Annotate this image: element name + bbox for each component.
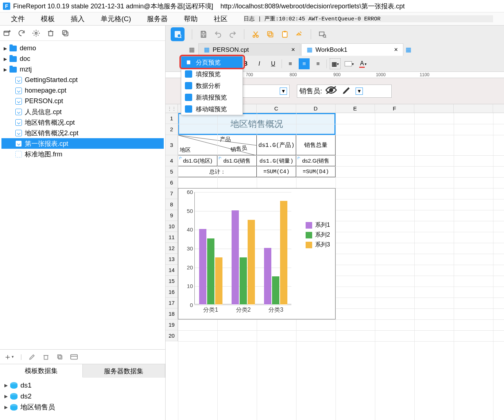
spreadsheet[interactable]: ⋮⋮ 1234567891011121314151617181920 ABCDE… — [166, 104, 504, 420]
cell-c5[interactable]: =SUM(C4) — [257, 166, 296, 177]
tree-file[interactable]: 地区销售概况.cpt — [1, 117, 164, 128]
param-slot[interactable]: ▾ — [239, 85, 290, 98]
menu-cell[interactable]: 单元格(C) — [101, 14, 131, 24]
menu-template[interactable]: 模板 — [41, 14, 55, 24]
tree-file[interactable]: 人员信息.cpt — [1, 106, 164, 117]
tree-file-selected[interactable]: 第一张报表.cpt — [1, 138, 164, 149]
preview-write[interactable]: 填报预览 — [181, 68, 243, 80]
copy-icon[interactable] — [61, 29, 69, 37]
cell-b4[interactable]: ds1.G(销售 — [217, 155, 257, 166]
row-header[interactable]: 11 — [166, 232, 178, 243]
dataset-item[interactable]: ▶地区销售员 — [2, 402, 163, 413]
cell-d4[interactable]: ds2.G(销售 — [296, 155, 336, 166]
copy-toolbar-icon[interactable] — [266, 30, 274, 38]
param-edit-icon[interactable]: ▾ — [280, 88, 287, 95]
row-header[interactable]: 16 — [166, 287, 178, 298]
row-header[interactable]: 5 — [166, 166, 178, 177]
tree-file[interactable]: homepage.cpt — [1, 85, 164, 96]
italic-button[interactable]: I — [254, 58, 265, 69]
tab-template-dataset[interactable]: 模板数据集 — [0, 364, 83, 378]
col-header[interactable]: F — [375, 104, 414, 113]
preview-analysis[interactable]: 数据分析 — [181, 80, 243, 92]
preview-page[interactable]: 分页预览 — [181, 57, 243, 68]
refresh-icon[interactable] — [18, 29, 26, 37]
close-tab-icon[interactable]: × — [291, 46, 295, 54]
cell-a4[interactable]: ds1.G(地区) — [178, 155, 217, 166]
menu-file[interactable]: 文件 — [11, 14, 25, 24]
header-cell-c3[interactable]: ds1.G(产品) — [257, 135, 296, 155]
row-header[interactable]: 18 — [166, 308, 178, 319]
menu-help[interactable]: 帮助 — [184, 14, 198, 24]
doc-tab[interactable]: ▦ PERSON.cpt × — [198, 43, 301, 56]
row-header[interactable]: 1 — [166, 113, 178, 124]
align-right-button[interactable]: ≡ — [313, 58, 323, 69]
row-header[interactable]: 9 — [166, 210, 178, 221]
row-header[interactable]: 8 — [166, 199, 178, 210]
pen-icon[interactable] — [340, 86, 353, 97]
cell-d5[interactable]: =SUM(D4) — [296, 166, 336, 177]
preview-dataset-icon[interactable] — [70, 354, 78, 360]
settings-icon[interactable] — [32, 29, 40, 37]
paste-icon[interactable] — [281, 30, 289, 38]
align-left-button[interactable]: ≡ — [285, 58, 296, 69]
row-header[interactable]: 10 — [166, 221, 178, 232]
close-tab-icon[interactable]: × — [394, 46, 398, 54]
tree-file[interactable]: 标准地图.frm — [1, 149, 164, 159]
zoom-icon[interactable] — [318, 30, 326, 38]
row-header[interactable]: 6 — [166, 177, 178, 188]
redo-icon[interactable] — [229, 30, 237, 38]
cell-c4[interactable]: ds1.G(销量) — [257, 155, 296, 166]
delete-dataset-icon[interactable] — [42, 353, 50, 361]
new-tab-icon[interactable]: ▦ — [406, 46, 411, 54]
row-header[interactable]: 15 — [166, 276, 178, 287]
row-header[interactable]: 2 — [166, 124, 178, 135]
menu-community[interactable]: 社区 — [214, 14, 228, 24]
tree-folder[interactable]: ▶mztj — [1, 64, 164, 75]
col-header[interactable]: D — [296, 104, 336, 113]
doc-tab-active[interactable]: ▦ WorkBook1 × — [301, 43, 403, 56]
param-sales[interactable]: 销售员: ▾ — [297, 85, 392, 98]
tree-folder[interactable]: ▶demo — [1, 43, 164, 54]
preview-mobile[interactable]: 移动端预览 — [181, 103, 243, 115]
delete-icon[interactable] — [47, 29, 55, 37]
tree-file[interactable]: GettingStarted.cpt — [1, 75, 164, 85]
row-header[interactable]: 20 — [166, 330, 178, 341]
format-painter-icon[interactable] — [295, 30, 303, 38]
grid-body[interactable]: 地区销售概况 产品 销售员 地区 ds1.G(产品) 销售总量 ds1.G(地区… — [178, 113, 504, 420]
row-header[interactable]: 12 — [166, 243, 178, 254]
row-header[interactable]: 19 — [166, 319, 178, 330]
tree-file[interactable]: PERSON.cpt — [1, 96, 164, 106]
new-folder-icon[interactable] — [3, 29, 11, 37]
font-color-button[interactable]: A▾ — [357, 58, 368, 69]
row-header[interactable]: 4 — [166, 155, 178, 166]
row-header[interactable]: 13 — [166, 254, 178, 265]
preview-dropdown[interactable]: 分页预览 填报预览 数据分析 新填报预览 移动端预览 — [181, 56, 243, 115]
border-button[interactable]: ▦▾ — [330, 58, 341, 69]
tree-file[interactable]: 地区销售概况2.cpt — [1, 128, 164, 138]
eye-off-icon[interactable] — [325, 85, 337, 97]
save-icon[interactable] — [199, 30, 208, 38]
header-cell-d3[interactable]: 销售总量 — [296, 135, 336, 155]
file-tree[interactable]: ▶demo ▶doc ▶mztj GettingStarted.cpt home… — [0, 41, 165, 349]
preview-new-write[interactable]: 新填报预览 — [181, 92, 243, 103]
row-header[interactable]: 14 — [166, 265, 178, 276]
select-all-corner[interactable]: ⋮⋮ — [166, 104, 178, 113]
preview-button[interactable] — [171, 27, 185, 41]
add-dataset-icon[interactable]: ＋▾ — [4, 351, 14, 362]
copy-dataset-icon[interactable] — [56, 353, 63, 361]
dataset-item[interactable]: ▶ds1 — [2, 380, 163, 391]
underline-button[interactable]: U — [268, 58, 279, 69]
row-header[interactable]: 17 — [166, 298, 178, 308]
align-center-button[interactable]: ≡ — [299, 58, 310, 69]
cut-icon[interactable] — [252, 30, 260, 38]
fill-color-button[interactable]: ▾ — [344, 58, 354, 69]
row-header[interactable]: 3 — [166, 135, 178, 155]
undo-icon[interactable] — [214, 30, 222, 38]
col-header[interactable]: E — [336, 104, 375, 113]
table-mode-icon[interactable]: ▦ — [189, 46, 195, 54]
tab-server-dataset[interactable]: 服务器数据集 — [83, 364, 166, 378]
dataset-item[interactable]: ▶ds2 — [2, 391, 163, 402]
tree-folder[interactable]: ▶doc — [1, 54, 164, 64]
chart-cell[interactable]: 系列1系列2系列3 0102030405060分类1分类2分类3 — [178, 188, 336, 319]
row-header[interactable]: 7 — [166, 188, 178, 199]
